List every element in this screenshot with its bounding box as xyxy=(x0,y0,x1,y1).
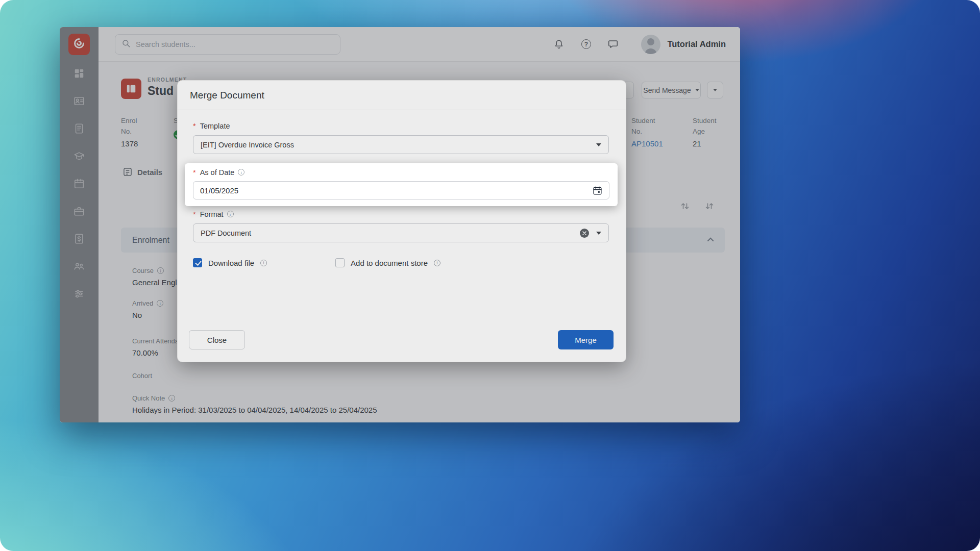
app-window: Tutorial Admin ENROLMENT Stud Send Messa… xyxy=(60,27,740,422)
calendar-icon[interactable] xyxy=(593,186,602,195)
info-icon[interactable] xyxy=(238,169,244,176)
desktop-background: Tutorial Admin ENROLMENT Stud Send Messa… xyxy=(0,0,980,551)
as-of-date-input[interactable] xyxy=(200,186,593,195)
tutorial-dim-overlay xyxy=(60,27,740,422)
as-of-date-label-text: As of Date xyxy=(200,168,235,177)
spotlight-as-of-date: As of Date xyxy=(185,163,618,206)
as-of-date-field[interactable] xyxy=(193,181,609,199)
as-of-date-label: As of Date xyxy=(193,167,609,177)
